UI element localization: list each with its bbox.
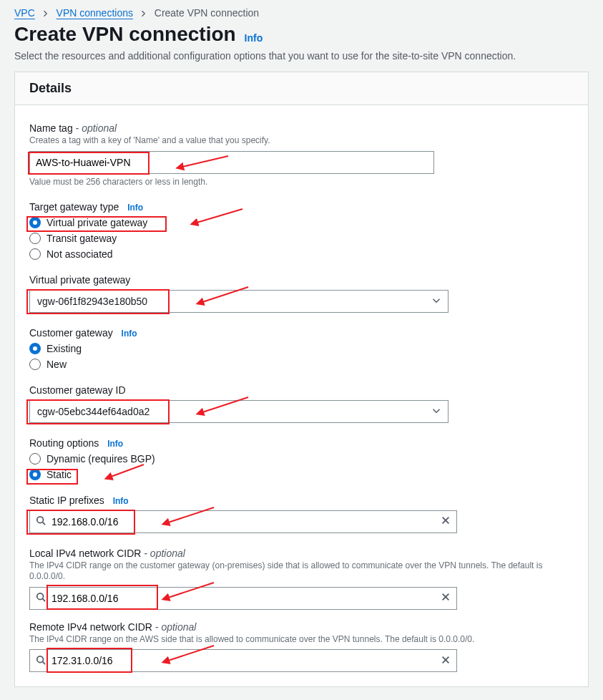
field-name-tag: Name tag - optional Creates a tag with a… <box>29 122 574 187</box>
search-icon <box>36 515 46 528</box>
details-panel: Details Name tag - optional Creates a ta… <box>14 72 589 687</box>
name-tag-desc: Creates a tag with a key of 'Name' and a… <box>29 135 574 147</box>
vgw-label: Virtual private gateway <box>29 274 574 286</box>
search-icon <box>36 655 46 667</box>
radio-existing[interactable]: Existing <box>29 343 574 354</box>
optional-suffix: - optional <box>152 621 196 633</box>
svg-line-11 <box>43 599 46 602</box>
search-icon <box>36 592 46 604</box>
clear-icon[interactable] <box>441 592 451 604</box>
clear-icon[interactable] <box>441 655 451 667</box>
label-text: Remote IPv4 network CIDR <box>29 621 152 633</box>
optional-suffix: - optional <box>73 122 117 134</box>
vgw-select[interactable]: vgw-06f1f82943e180b50 <box>29 290 448 313</box>
routing-label: Routing options Info <box>29 437 574 449</box>
cgw-id-label: Customer gateway ID <box>29 384 574 396</box>
radio-tgw[interactable]: Transit gateway <box>29 233 574 244</box>
field-customer-gateway: Customer gateway Info Existing New <box>29 327 574 370</box>
label-text: Customer gateway <box>29 327 113 339</box>
name-tag-input[interactable] <box>29 151 434 174</box>
details-title: Details <box>15 72 588 105</box>
radio-label: Dynamic (requires BGP) <box>46 453 155 465</box>
radio-icon <box>29 453 41 465</box>
svg-point-10 <box>37 593 44 600</box>
radio-icon <box>29 359 41 370</box>
radio-dynamic[interactable]: Dynamic (requires BGP) <box>29 453 574 465</box>
local-cidr-input-wrap <box>29 587 457 610</box>
target-type-label: Target gateway type Info <box>29 201 574 213</box>
info-link[interactable]: Info <box>245 32 263 44</box>
chevron-right-icon <box>140 10 147 17</box>
info-link[interactable]: Info <box>113 496 129 506</box>
label-text: Local IPv4 network CIDR <box>29 548 141 559</box>
radio-not-associated[interactable]: Not associated <box>29 248 574 260</box>
label-text: Name tag <box>29 122 73 134</box>
field-routing: Routing options Info Dynamic (requires B… <box>29 437 574 480</box>
page-header: Create VPN connection Info Select the re… <box>0 19 603 72</box>
breadcrumb-mid[interactable]: VPN connections <box>57 7 133 19</box>
cgw-label: Customer gateway Info <box>29 327 574 339</box>
remote-cidr-desc: The IPv4 CIDR range on the AWS side that… <box>29 634 574 646</box>
cgw-id-select[interactable]: cgw-05ebc344ef64ad0a2 <box>29 400 448 423</box>
static-prefixes-label: Static IP prefixes Info <box>29 495 574 506</box>
page-title: Create VPN connection <box>14 23 236 45</box>
name-tag-label: Name tag - optional <box>29 122 574 134</box>
radio-label: New <box>46 359 67 370</box>
info-link[interactable]: Info <box>127 203 143 213</box>
field-remote-cidr: Remote IPv4 network CIDR - optional The … <box>29 621 574 673</box>
chevron-right-icon <box>42 10 49 17</box>
radio-icon <box>29 233 41 244</box>
field-target-gateway-type: Target gateway type Info Virtual private… <box>29 201 574 260</box>
select-value: vgw-06f1f82943e180b50 <box>37 296 147 307</box>
breadcrumb: VPC VPN connections Create VPN connectio… <box>0 0 603 19</box>
label-text: Static IP prefixes <box>29 495 104 506</box>
info-link[interactable]: Info <box>107 439 123 449</box>
info-link[interactable]: Info <box>122 329 137 339</box>
field-static-prefixes: Static IP prefixes Info <box>29 495 574 533</box>
radio-vgw[interactable]: Virtual private gateway <box>29 217 574 228</box>
field-local-cidr: Local IPv4 network CIDR - optional The I… <box>29 548 574 610</box>
field-vgw: Virtual private gateway vgw-06f1f82943e1… <box>29 274 574 313</box>
local-cidr-input[interactable] <box>52 588 435 609</box>
remote-cidr-input[interactable] <box>52 650 435 671</box>
radio-new[interactable]: New <box>29 359 574 370</box>
optional-suffix: - optional <box>141 548 185 559</box>
page-subtitle: Select the resources and additional conf… <box>14 50 589 62</box>
local-cidr-label: Local IPv4 network CIDR - optional <box>29 548 574 559</box>
select-value: cgw-05ebc344ef64ad0a2 <box>37 406 149 417</box>
remote-cidr-label: Remote IPv4 network CIDR - optional <box>29 621 574 633</box>
svg-point-5 <box>37 517 44 523</box>
svg-point-15 <box>37 656 44 663</box>
breadcrumb-current: Create VPN connection <box>155 7 259 19</box>
breadcrumb-root[interactable]: VPC <box>14 7 35 19</box>
local-cidr-desc: The IPv4 CIDR range on the customer gate… <box>29 560 574 583</box>
radio-icon <box>29 343 41 354</box>
radio-icon <box>29 248 41 260</box>
svg-line-16 <box>43 662 46 665</box>
label-text: Target gateway type <box>29 201 119 213</box>
clear-icon[interactable] <box>441 515 451 528</box>
radio-label: Transit gateway <box>46 233 117 244</box>
caret-down-icon <box>432 406 441 417</box>
radio-icon <box>29 217 41 228</box>
static-prefixes-input[interactable] <box>52 511 435 533</box>
radio-static[interactable]: Static <box>29 469 574 480</box>
name-tag-constraint: Value must be 256 characters or less in … <box>29 177 574 187</box>
field-cgw-id: Customer gateway ID cgw-05ebc344ef64ad0a… <box>29 384 574 423</box>
radio-label: Not associated <box>46 248 113 260</box>
caret-down-icon <box>432 296 441 307</box>
label-text: Routing options <box>29 437 99 449</box>
radio-label: Static <box>46 469 72 480</box>
radio-label: Virtual private gateway <box>46 217 147 228</box>
radio-label: Existing <box>46 343 82 354</box>
svg-line-6 <box>43 522 46 525</box>
radio-icon <box>29 469 41 480</box>
static-prefixes-input-wrap <box>29 510 457 533</box>
remote-cidr-input-wrap <box>29 649 457 672</box>
